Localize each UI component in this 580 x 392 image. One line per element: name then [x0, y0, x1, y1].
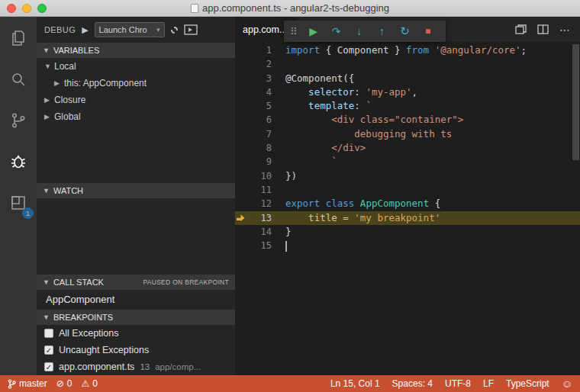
status-line-col[interactable]: Ln 15, Col 1 [330, 378, 380, 389]
status-language[interactable]: TypeScript [506, 378, 549, 389]
code-line-11[interactable]: 11 [235, 183, 580, 197]
breakpoints-list: All Exceptions✓Uncaught Exceptions✓app.c… [37, 325, 235, 375]
line-number: 3 [246, 72, 272, 85]
code-text: template: ` [272, 99, 372, 113]
code-text: import { Component } from '@angular/core… [272, 43, 527, 57]
watch-section-label: WATCH [53, 186, 83, 195]
breakpoint-checkbox[interactable] [44, 329, 53, 338]
document-icon [191, 4, 198, 13]
activity-extensions-icon[interactable]: 1 [8, 192, 29, 214]
call-stack-section-header[interactable]: ▼ CALL STACK PAUSED ON BREAKPOINT [37, 275, 235, 290]
debug-console-icon[interactable] [184, 24, 198, 35]
line-number: 2 [246, 57, 272, 71]
call-stack-list: AppComponent [37, 290, 235, 310]
breakpoint-item[interactable]: ✓app.component.ts13app/comp... [37, 358, 235, 375]
debug-toolbar: ⠿ ▶↷↓↑↻■ [284, 21, 446, 42]
line-number: 4 [246, 85, 272, 99]
code-line-7[interactable]: 7 debugging with ts [235, 127, 580, 141]
code-line-5[interactable]: 5 template: ` [235, 99, 580, 113]
code-editor[interactable]: 1import { Component } from '@angular/cor… [235, 42, 580, 375]
code-line-4[interactable]: 4 selector: 'my-app', [235, 85, 580, 99]
git-branch-status[interactable]: master [8, 378, 47, 389]
variable-tree-item[interactable]: ▶this: AppComponent [37, 75, 235, 92]
call-stack-section-label: CALL STACK [53, 278, 104, 287]
window-title: app.component.ts - angular2-ts-debugging [202, 2, 389, 14]
warning-icon: ⚠ [81, 379, 89, 388]
debug-sidebar: DEBUG ▶ Launch Chro ▾ ▼ VARIABLES ▼Local… [37, 17, 235, 375]
code-line-3[interactable]: 3@Component({ [235, 72, 580, 85]
variable-tree-item[interactable]: ▶Closure [37, 92, 235, 108]
breakpoint-checkbox[interactable]: ✓ [44, 345, 53, 355]
chevron-down-icon: ▼ [43, 187, 50, 194]
split-editor-icon[interactable] [537, 24, 549, 34]
watch-list [37, 198, 235, 275]
code-line-2[interactable]: 2 [235, 57, 580, 71]
debug-controls: DEBUG ▶ Launch Chro ▾ [37, 17, 235, 43]
call-stack-frame[interactable]: AppComponent [37, 290, 235, 308]
extensions-badge: 1 [22, 207, 34, 219]
error-count[interactable]: ⊘ 0 [56, 378, 72, 389]
breakpoint-checkbox[interactable]: ✓ [44, 362, 53, 371]
chevron-down-icon: ▼ [43, 278, 50, 286]
code-text: }) [272, 169, 297, 183]
breakpoint-item[interactable]: All Exceptions [37, 325, 235, 342]
breakpoint-line-number: 13 [140, 362, 150, 371]
vscode-window: app.component.ts - angular2-ts-debugging [0, 0, 580, 392]
warning-count[interactable]: ⚠ 0 [81, 378, 97, 389]
code-line-1[interactable]: 1import { Component } from '@angular/cor… [235, 43, 580, 57]
code-line-10[interactable]: 10}) [235, 169, 580, 183]
debug-panel-title: DEBUG [44, 25, 76, 34]
editor-scrollbar[interactable] [572, 44, 579, 160]
code-line-14[interactable]: 14} [235, 225, 580, 239]
step-out-icon[interactable]: ↑ [371, 22, 394, 40]
variable-label: Global [54, 111, 81, 122]
line-number: 13 [246, 211, 272, 225]
code-line-13[interactable]: 13 title = 'my breakpoint' [235, 211, 580, 225]
start-debugging-button[interactable]: ▶ [82, 25, 88, 35]
step-over-icon[interactable]: ↷ [325, 22, 348, 40]
status-encoding[interactable]: UTF-8 [445, 378, 471, 389]
line-number: 14 [246, 225, 272, 239]
activity-debug-icon[interactable] [8, 151, 29, 172]
line-number: 12 [246, 197, 272, 210]
execution-pointer-icon [237, 214, 245, 221]
status-eol[interactable]: LF [483, 378, 494, 389]
code-line-12[interactable]: 12export class AppComponent { [235, 197, 580, 210]
variables-section-header[interactable]: ▼ VARIABLES [37, 43, 235, 58]
variables-list: ▼Local▶this: AppComponent▶Closure▶Global [37, 58, 235, 183]
code-line-9[interactable]: 9 ` [235, 155, 580, 169]
activity-search-icon[interactable] [8, 69, 29, 90]
breakpoint-item[interactable]: ✓Uncaught Exceptions [37, 342, 235, 358]
code-line-8[interactable]: 8 </div> [235, 141, 580, 155]
line-number: 11 [246, 183, 272, 197]
watch-section-header[interactable]: ▼ WATCH [37, 183, 235, 198]
code-line-6[interactable]: 6 <div class="container"> [235, 113, 580, 127]
feedback-smiley-icon[interactable]: ☺ [562, 378, 572, 390]
breakpoints-section-header[interactable]: ▼ BREAKPOINTS [37, 310, 235, 325]
open-to-side-icon[interactable] [515, 24, 527, 34]
status-indentation[interactable]: Spaces: 4 [392, 378, 433, 389]
status-bar: master ⊘ 0 ⚠ 0 Ln 15, Col 1Spaces: 4UTF-… [0, 375, 580, 392]
configure-gear-icon[interactable] [171, 27, 178, 34]
toolbar-drag-handle[interactable]: ⠿ [290, 26, 298, 37]
chevron-down-icon: ▾ [156, 26, 160, 34]
variable-tree-item[interactable]: ▶Global [37, 108, 235, 125]
activity-explorer-icon[interactable] [8, 27, 29, 49]
continue-icon[interactable]: ▶ [302, 22, 325, 40]
paused-on-breakpoint-badge: PAUSED ON BREAKPOINT [143, 278, 229, 286]
text-cursor [285, 241, 287, 252]
code-text: <div class="container"> [272, 113, 463, 127]
editor-title-actions: ⋯ [515, 17, 580, 42]
restart-icon[interactable]: ↻ [394, 22, 417, 40]
step-into-icon[interactable]: ↓ [348, 22, 371, 40]
activity-source-control-icon[interactable] [8, 110, 29, 131]
more-actions-icon[interactable]: ⋯ [559, 26, 571, 34]
variable-tree-item[interactable]: ▼Local [37, 58, 235, 75]
breakpoint-gutter[interactable] [235, 214, 246, 221]
chevron-down-icon: ▼ [43, 47, 50, 54]
code-line-15[interactable]: 15 [235, 239, 580, 252]
launch-config-dropdown[interactable]: Launch Chro ▾ [95, 22, 165, 37]
stop-icon[interactable]: ■ [417, 22, 440, 40]
code-text: selector: 'my-app', [272, 85, 417, 99]
breakpoint-label: app.component.ts [59, 361, 134, 372]
